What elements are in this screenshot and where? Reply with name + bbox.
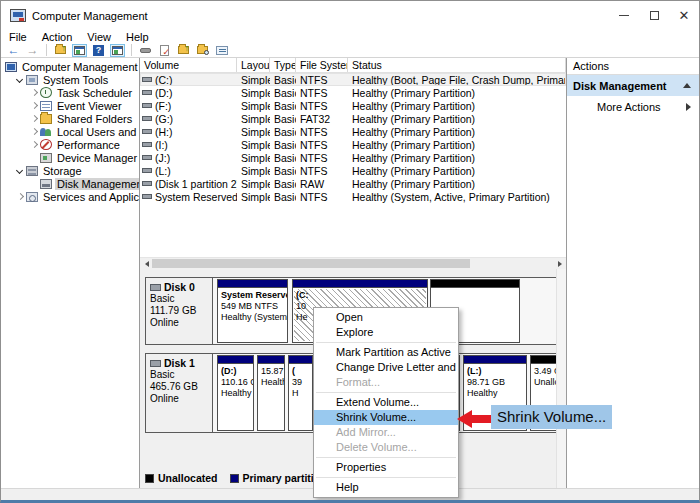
tree-item-disk-management[interactable]: Disk Management xyxy=(1,177,139,190)
disk-management-icon xyxy=(40,179,52,189)
menu-action[interactable]: Action xyxy=(42,31,73,43)
menu-item-mark-partition-active[interactable]: Mark Partition as Active xyxy=(314,345,458,360)
menu-item-change-drive-letter[interactable]: Change Drive Letter and Paths... xyxy=(314,360,458,375)
chevron-down-icon[interactable] xyxy=(15,75,25,85)
table-row[interactable]: System Reserved (K:) Simple Basic NTFS H… xyxy=(140,190,566,203)
back-button[interactable]: ← xyxy=(6,44,21,57)
volume-icon xyxy=(142,155,152,160)
console-window-icon xyxy=(74,46,85,55)
tree-item-task-scheduler[interactable]: Task Scheduler xyxy=(1,86,139,99)
tree-item-performance[interactable]: Performance xyxy=(1,138,139,151)
console-tree: Computer Management (Local System Tools … xyxy=(1,58,140,488)
menu-item-delete-volume: Delete Volume... xyxy=(314,440,458,455)
check-document-icon: ✓ xyxy=(160,45,169,56)
volume-icon xyxy=(142,103,152,108)
minimize-button[interactable] xyxy=(609,1,639,30)
tree-item-services-applications[interactable]: Services and Applications xyxy=(1,190,139,203)
disk0-label[interactable]: Disk 0 Basic 111.79 GB Online xyxy=(146,278,213,344)
table-row[interactable]: (F:) Simple Basic NTFS Healthy (Primary … xyxy=(140,99,566,112)
table-row[interactable]: (C:) Simple Basic NTFS Healthy (Boot, Pa… xyxy=(140,73,566,86)
import-button[interactable]: ↑ xyxy=(176,44,191,57)
scrollbar-thumb[interactable] xyxy=(152,259,470,268)
table-row[interactable]: (Disk 1 partition 2) Simple Basic RAW He… xyxy=(140,177,566,190)
chevron-down-icon[interactable] xyxy=(15,166,25,176)
help-button[interactable]: ? xyxy=(91,44,106,57)
menu-view[interactable]: View xyxy=(87,31,111,43)
partition-header xyxy=(218,356,253,364)
collapse-icon[interactable] xyxy=(683,79,691,88)
chevron-placeholder xyxy=(29,153,39,163)
primary-partition-swatch xyxy=(230,474,239,483)
properties-button[interactable] xyxy=(214,44,229,57)
context-menu: Open Explore Mark Partition as Active Ch… xyxy=(313,307,459,498)
scroll-left-button[interactable] xyxy=(140,258,152,269)
partition-3[interactable]: ( 39 H xyxy=(288,355,313,431)
table-row[interactable]: (H:) Simple Basic NTFS Healthy (Primary … xyxy=(140,125,566,138)
toolbar: ← → ↑ ? ✓ ↑ xyxy=(1,43,699,58)
up-folder-icon: ↑ xyxy=(55,46,66,54)
system-tools-icon xyxy=(26,75,38,85)
volume-icon xyxy=(142,194,152,199)
scroll-right-button[interactable] xyxy=(554,258,566,269)
disk-icon xyxy=(150,284,161,291)
chevron-right-icon[interactable] xyxy=(29,114,39,124)
tool-button[interactable] xyxy=(138,44,153,57)
chevron-right-icon[interactable] xyxy=(29,140,39,150)
computer-management-window: Computer Management ✕ File Action View H… xyxy=(0,0,700,503)
properties-list-icon xyxy=(216,46,228,55)
column-layout[interactable]: Layout xyxy=(237,58,270,72)
menu-item-shrink-volume[interactable]: Shrink Volume... xyxy=(314,410,458,425)
column-status[interactable]: Status xyxy=(348,58,566,72)
tree-item-shared-folders[interactable]: Shared Folders xyxy=(1,112,139,125)
close-button[interactable]: ✕ xyxy=(669,1,699,30)
tree-item-computer-management[interactable]: Computer Management (Local xyxy=(1,60,139,73)
chevron-right-icon[interactable] xyxy=(15,192,25,202)
menu-item-extend-volume[interactable]: Extend Volume... xyxy=(314,395,458,410)
chevron-right-icon[interactable] xyxy=(29,101,39,111)
menu-item-properties[interactable]: Properties xyxy=(314,460,458,475)
shared-folders-icon xyxy=(40,114,52,124)
menu-item-explore[interactable]: Explore xyxy=(314,325,458,340)
column-file-system[interactable]: File System xyxy=(296,58,348,72)
partition-d[interactable]: (D:) 110.16 G Healthy xyxy=(217,355,254,431)
show-action-pane-button[interactable] xyxy=(110,44,125,57)
actions-group-disk-management[interactable]: Disk Management xyxy=(567,75,699,96)
tree-item-device-manager[interactable]: Device Manager xyxy=(1,151,139,164)
forward-button[interactable]: → xyxy=(25,44,40,57)
disk1-label[interactable]: Disk 1 Basic 465.76 GB Online xyxy=(146,354,213,432)
tree-item-local-users-groups[interactable]: Local Users and Groups xyxy=(1,125,139,138)
table-row[interactable]: (G:) Simple Basic FAT32 Healthy (Primary… xyxy=(140,112,566,125)
tree-item-event-viewer[interactable]: Event Viewer xyxy=(1,99,139,112)
table-row[interactable]: (D:) Simple Basic NTFS Healthy (Primary … xyxy=(140,86,566,99)
chevron-right-icon[interactable] xyxy=(29,88,39,98)
menu-item-help[interactable]: Help xyxy=(314,480,458,495)
menu-separator xyxy=(316,477,456,478)
chevron-right-icon[interactable] xyxy=(29,127,39,137)
submenu-arrow-icon xyxy=(686,103,695,111)
up-level-button[interactable]: ↑ xyxy=(53,44,68,57)
table-row[interactable]: (I:) Simple Basic NTFS Healthy (Primary … xyxy=(140,138,566,151)
column-type[interactable]: Type xyxy=(270,58,296,72)
more-actions-item[interactable]: More Actions xyxy=(567,96,699,117)
search-folder-button[interactable] xyxy=(195,44,210,57)
tree-item-system-tools[interactable]: System Tools xyxy=(1,73,139,86)
performance-icon xyxy=(40,139,52,150)
vertical-scrollbar[interactable] xyxy=(556,269,566,488)
tree-item-storage[interactable]: Storage xyxy=(1,164,139,177)
show-console-tree-button[interactable] xyxy=(72,44,87,57)
chevron-placeholder xyxy=(29,179,39,189)
scrollbar-track[interactable] xyxy=(152,258,554,269)
annotation-arrow-icon xyxy=(457,410,472,428)
unallocated-swatch xyxy=(145,474,154,483)
table-row[interactable]: (J:) Simple Basic NTFS Healthy (Primary … xyxy=(140,151,566,164)
menu-help[interactable]: Help xyxy=(126,31,149,43)
menu-file[interactable]: File xyxy=(9,31,27,43)
column-volume[interactable]: Volume xyxy=(140,58,237,72)
horizontal-scrollbar[interactable] xyxy=(140,257,566,269)
check-volume-button[interactable]: ✓ xyxy=(157,44,172,57)
partition-2[interactable]: 15.87 ( Health xyxy=(257,355,285,431)
menu-item-open[interactable]: Open xyxy=(314,310,458,325)
table-row[interactable]: (L:) Simple Basic NTFS Healthy (Primary … xyxy=(140,164,566,177)
maximize-button[interactable] xyxy=(639,1,669,30)
partition-system-reserved[interactable]: System Reserve 549 MB NTFS Healthy (Syst… xyxy=(217,279,288,343)
